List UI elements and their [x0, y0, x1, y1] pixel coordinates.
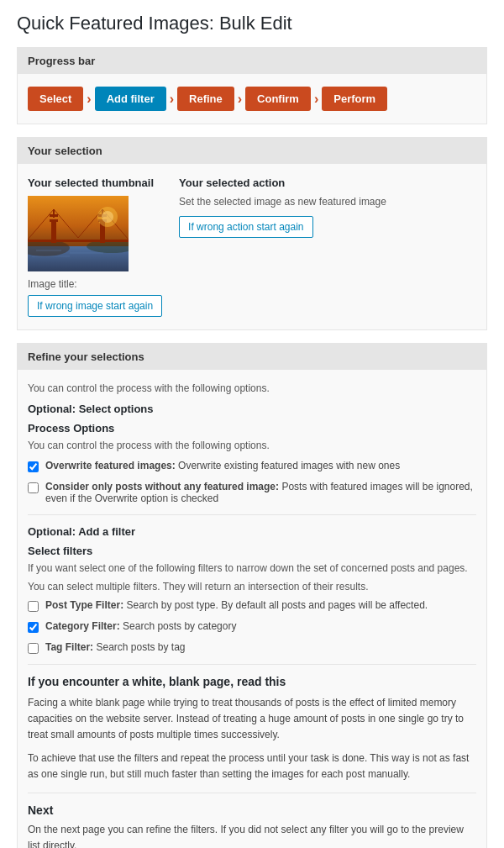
step-select[interactable]: Select — [28, 87, 83, 111]
arrow-2: › — [166, 92, 177, 107]
tag-row: Tag Filter: Search posts by tag — [28, 641, 476, 654]
your-selection-heading: Your selection — [18, 138, 486, 164]
image-title-label: Image title: — [28, 278, 162, 290]
arrow-4: › — [311, 92, 322, 107]
action-desc: Set the selected image as new featured i… — [179, 196, 476, 208]
optional-select-heading: Optional: Select options — [28, 403, 476, 415]
svg-rect-4 — [28, 240, 129, 242]
step-refine[interactable]: Refine — [177, 87, 234, 111]
svg-rect-5 — [51, 219, 56, 243]
thumbnail-image — [28, 196, 129, 271]
process-options-desc: You can control the process with the fol… — [28, 440, 476, 451]
category-row: Category Filter: Search posts by categor… — [28, 620, 476, 633]
consider-label: Consider only posts without any featured… — [45, 481, 476, 504]
progress-bar-heading: Progress bar — [18, 48, 486, 74]
progress-bar: Select › Add filter › Refine › Confirm ›… — [28, 87, 476, 111]
post-type-label: Post Type Filter: Search by post type. B… — [45, 599, 428, 611]
step-perform[interactable]: Perform — [322, 87, 387, 111]
arrow-3: › — [234, 92, 245, 107]
category-label: Category Filter: Search posts by categor… — [45, 620, 236, 632]
svg-point-21 — [102, 211, 113, 223]
refine-section: Refine your selections You can control t… — [17, 343, 487, 848]
process-options-title: Process Options — [28, 422, 476, 435]
white-page-text1: Facing a white blank page while trying t… — [28, 695, 476, 744]
optional-filter-heading: Optional: Add a filter — [28, 525, 476, 538]
divider-1 — [28, 514, 476, 515]
selection-left: Your selected thumbnail — [28, 176, 162, 317]
tag-checkbox[interactable] — [28, 643, 39, 654]
arrow-1: › — [83, 92, 94, 107]
white-page-text2: To achieve that use the filters and repe… — [28, 751, 476, 782]
refine-heading: Refine your selections — [18, 344, 486, 370]
step-confirm[interactable]: Confirm — [245, 87, 311, 111]
next-desc: On the next page you can refine the filt… — [28, 822, 476, 848]
post-type-checkbox[interactable] — [28, 601, 39, 612]
select-filters-heading: Select filters — [28, 545, 476, 557]
progress-bar-section: Progress bar Select › Add filter › Refin… — [17, 47, 487, 124]
wrong-action-button[interactable]: If wrong action start again — [179, 216, 312, 238]
overwrite-label: Overwrite featured images: Overwrite exi… — [45, 460, 400, 471]
action-heading: Your selected action — [179, 176, 476, 189]
thumbnail-heading: Your selected thumbnail — [28, 176, 162, 189]
selection-right: Your selected action Set the selected im… — [179, 176, 476, 317]
white-page-heading: If you encounter a white, blank page, re… — [28, 675, 476, 688]
page-title: Quick Featured Images: Bulk Edit — [17, 13, 487, 34]
filter-intro1: If you want select one of the following … — [28, 562, 476, 574]
overwrite-checkbox[interactable] — [28, 461, 39, 472]
post-type-row: Post Type Filter: Search by post type. B… — [28, 599, 476, 612]
tag-label: Tag Filter: Search posts by tag — [45, 641, 186, 653]
consider-checkbox[interactable] — [28, 482, 39, 493]
step-addfilter[interactable]: Add filter — [95, 87, 166, 111]
svg-rect-6 — [50, 219, 58, 222]
category-checkbox[interactable] — [28, 622, 39, 633]
divider-3 — [28, 793, 476, 793]
filter-intro2: You can select multiple filters. They wi… — [28, 581, 476, 593]
selection-grid: Your selected thumbnail — [28, 176, 476, 317]
divider-2 — [28, 664, 476, 665]
next-heading: Next — [28, 803, 476, 817]
consider-row: Consider only posts without any featured… — [28, 481, 476, 504]
wrong-image-button[interactable]: If wrong image start again — [28, 295, 162, 317]
your-selection-section: Your selection Your selected thumbnail — [17, 137, 487, 330]
refine-intro: You can control the process with the fol… — [28, 382, 476, 394]
overwrite-row: Overwrite featured images: Overwrite exi… — [28, 460, 476, 472]
